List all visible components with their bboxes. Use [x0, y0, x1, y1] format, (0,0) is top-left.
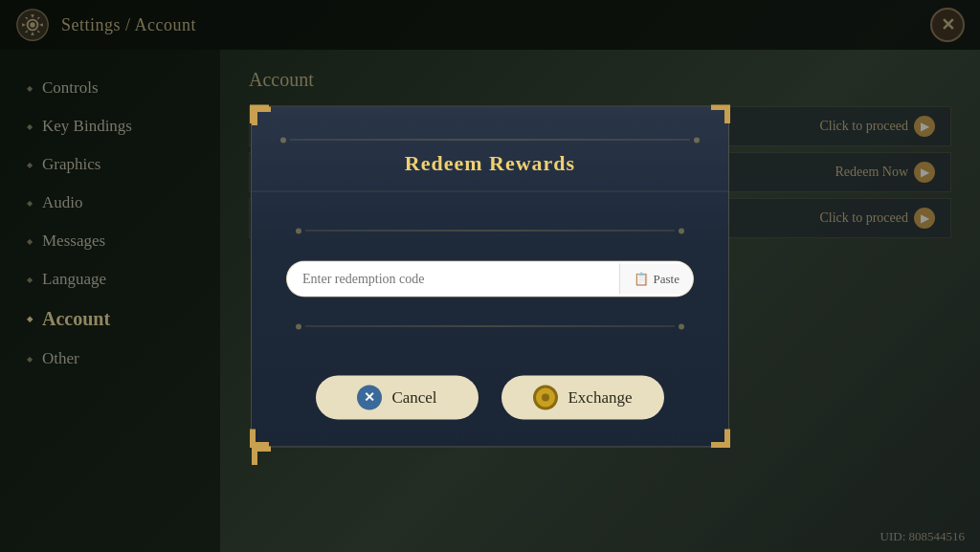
redeem-rewards-modal: Redeem Rewards 📋 Paste ✕ Cancel [251, 105, 729, 447]
body-bottom-hline-full [305, 326, 675, 327]
body-bottom-hline-dot-right [679, 323, 684, 329]
cancel-icon: ✕ [357, 385, 382, 409]
body-hline-full [305, 231, 675, 232]
redemption-input-row[interactable]: 📋 Paste [286, 260, 694, 297]
body-bottom-hline-dot-left [296, 323, 301, 329]
exchange-button[interactable]: Exchange [501, 375, 664, 419]
top-hline [271, 129, 709, 150]
redemption-code-input[interactable] [287, 261, 619, 296]
paste-button[interactable]: 📋 Paste [619, 263, 693, 294]
body-top-hline [286, 220, 694, 241]
body-hline-dot-right [679, 228, 684, 233]
modal-footer: ✕ Cancel Exchange [252, 356, 728, 446]
hline-full [290, 140, 690, 141]
cancel-button[interactable]: ✕ Cancel [316, 375, 479, 419]
body-hline-dot-left [296, 228, 301, 233]
paste-icon: 📋 [634, 271, 649, 286]
exchange-icon [533, 385, 558, 409]
hline-dot-right [694, 137, 700, 143]
modal-title: Redeem Rewards [271, 150, 709, 175]
hline-dot-left [280, 137, 286, 143]
modal-body: 📋 Paste [252, 191, 728, 356]
body-bottom-hline [286, 316, 694, 337]
modal-header: Redeem Rewards [252, 106, 728, 191]
